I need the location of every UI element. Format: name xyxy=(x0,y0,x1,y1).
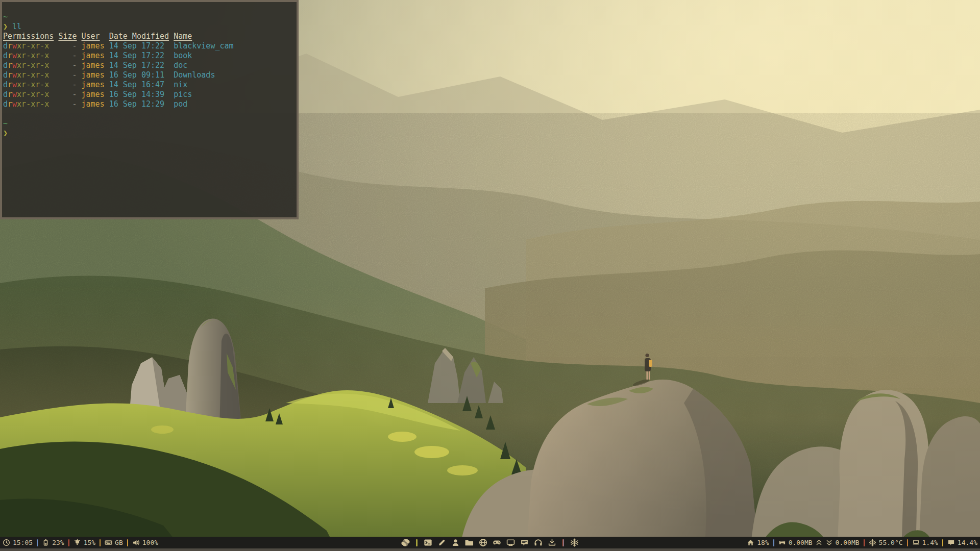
snowflake-icon xyxy=(869,539,876,546)
file-owner: james xyxy=(82,70,105,80)
statusbar-left-modules: 15:0523%15%GB100% xyxy=(3,537,158,548)
brightness-module[interactable]: 15% xyxy=(74,539,95,546)
pencil-icon xyxy=(437,538,446,547)
prompt-char: ❯ xyxy=(3,129,8,138)
download-icon xyxy=(548,538,556,547)
keyboard-icon xyxy=(105,539,112,546)
battery-icon xyxy=(42,539,50,546)
clock-module[interactable]: 15:05 xyxy=(3,539,33,546)
workspace-download-button[interactable] xyxy=(548,538,556,547)
chevrons-down-icon xyxy=(825,539,833,546)
workspace-chat-button[interactable] xyxy=(520,538,529,547)
current-directory: ~ xyxy=(3,119,8,128)
separator xyxy=(127,539,128,546)
column-header: Permissions xyxy=(3,32,54,41)
folder-icon xyxy=(465,538,474,547)
prompt-line: ❯ ll xyxy=(3,22,293,32)
workspace-person-button[interactable] xyxy=(451,538,460,547)
file-name: pics xyxy=(174,90,192,99)
file-date: 16 Sep 09:11 xyxy=(109,70,164,80)
file-owner: james xyxy=(82,99,105,109)
statusbar-right-modules: 18%0.00MB0.00MB55.0°C1.4%14.4% xyxy=(747,537,977,548)
prompt-char: ❯ xyxy=(3,22,8,31)
gamepad-icon xyxy=(493,538,501,547)
ethernet-icon xyxy=(778,539,786,546)
workspace-pencil-button[interactable] xyxy=(437,538,446,547)
workspace-monitor-button[interactable] xyxy=(506,538,515,547)
workspace-headphones-button[interactable] xyxy=(534,538,543,547)
python-icon xyxy=(401,538,410,547)
column-header: User xyxy=(82,32,100,41)
file-date: 14 Sep 17:22 xyxy=(109,51,164,60)
file-row: drwxr-xr-x - james 14 Sep 16:47 nix xyxy=(3,80,293,90)
battery-module[interactable]: 23% xyxy=(42,539,64,546)
current-directory: ~ xyxy=(3,12,8,21)
cpu-module[interactable]: 1.4% xyxy=(912,539,938,546)
file-date: 14 Sep 17:22 xyxy=(109,61,164,70)
terminal-icon xyxy=(424,538,432,547)
file-name: doc xyxy=(174,61,187,70)
headphones-icon xyxy=(534,538,543,547)
cpu-value: 1.4% xyxy=(922,539,938,546)
network-value: 0.00MB xyxy=(836,539,860,546)
separator xyxy=(562,539,564,546)
clock-value: 15:05 xyxy=(13,539,33,546)
network-module[interactable]: 0.00MB0.00MB xyxy=(778,539,860,546)
workspace-folder-button[interactable] xyxy=(465,538,474,547)
volume-value: 100% xyxy=(142,539,158,546)
separator xyxy=(416,539,418,546)
file-row: drwxr-xr-x - james 16 Sep 12:29 pod xyxy=(3,99,293,109)
person-icon xyxy=(451,538,460,547)
chevrons-up-icon xyxy=(815,539,823,546)
keyboard-layout-value: GB xyxy=(115,539,123,546)
separator xyxy=(68,539,69,546)
file-name: blackview_cam xyxy=(174,41,233,51)
workspace-python-button[interactable] xyxy=(401,538,410,547)
disk-home-module[interactable]: 18% xyxy=(747,539,769,546)
file-row: drwxr-xr-x - james 14 Sep 17:22 doc xyxy=(3,61,293,70)
statusbar-workspace-icons xyxy=(399,537,581,548)
file-owner: james xyxy=(82,41,105,51)
column-header: Date Modified xyxy=(109,32,169,41)
workspace-gamepad-button[interactable] xyxy=(493,538,501,547)
brightness-value: 15% xyxy=(84,539,95,546)
snowflake-icon xyxy=(570,538,579,547)
chat-icon xyxy=(520,538,529,547)
file-name: pod xyxy=(174,99,187,109)
disk-home-value: 18% xyxy=(757,539,769,546)
screen-bottom-strip xyxy=(0,548,980,551)
file-name: Downloads xyxy=(174,70,215,80)
file-size: - xyxy=(49,61,77,70)
file-size: - xyxy=(49,70,77,80)
prompt-path: ~ xyxy=(3,119,293,129)
brightness-icon xyxy=(74,539,81,546)
file-size: - xyxy=(49,41,77,51)
column-header: Size xyxy=(58,32,77,41)
desktop: ~❯ llPermissions Size User Date Modified… xyxy=(0,0,980,551)
workspace-terminal-button[interactable] xyxy=(424,538,432,547)
file-row: drwxr-xr-x - james 16 Sep 14:39 pics xyxy=(3,90,293,99)
separator xyxy=(864,539,865,546)
memory-module[interactable]: 14.4% xyxy=(947,539,977,546)
workspace-snowflake-button[interactable] xyxy=(570,538,579,547)
file-row: drwxr-xr-x - james 14 Sep 17:22 blackvie… xyxy=(3,41,293,51)
file-size: - xyxy=(49,90,77,99)
clock-icon xyxy=(3,539,10,546)
memory-value: 14.4% xyxy=(958,539,977,546)
speech-icon xyxy=(947,539,955,546)
volume-module[interactable]: 100% xyxy=(132,539,158,546)
file-date: 16 Sep 12:29 xyxy=(109,99,164,109)
terminal-window[interactable]: ~❯ llPermissions Size User Date Modified… xyxy=(0,0,299,219)
temperature-value: 55.0°C xyxy=(879,539,903,546)
blank xyxy=(3,109,293,119)
volume-icon xyxy=(132,539,140,546)
temperature-module[interactable]: 55.0°C xyxy=(869,539,903,546)
file-name: nix xyxy=(174,80,187,89)
file-owner: james xyxy=(82,61,105,70)
battery-value: 23% xyxy=(52,539,64,546)
workspace-globe-button[interactable] xyxy=(479,538,487,547)
keyboard-layout-module[interactable]: GB xyxy=(105,539,123,546)
file-date: 16 Sep 14:39 xyxy=(109,90,164,99)
monitor-icon xyxy=(506,538,515,547)
file-owner: james xyxy=(82,80,105,89)
